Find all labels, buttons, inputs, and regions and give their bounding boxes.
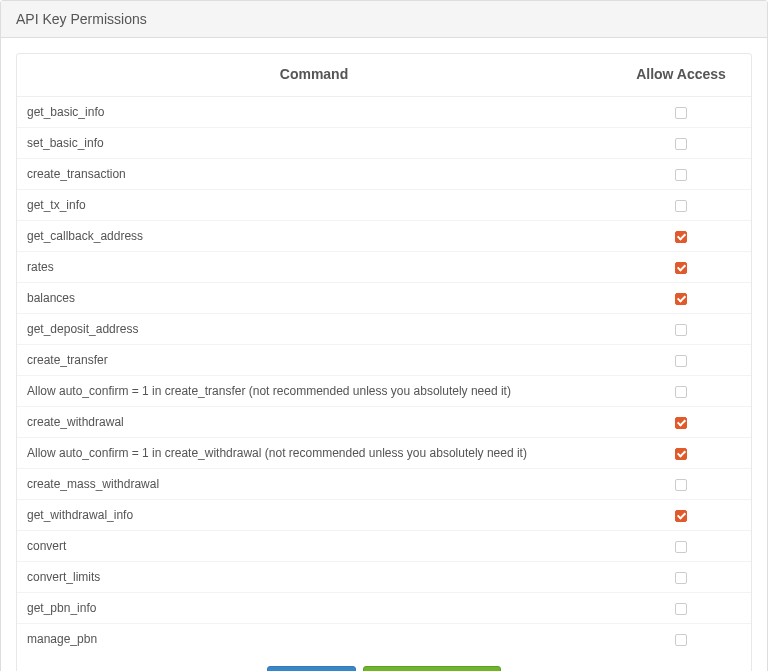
allow-cell [611,314,751,345]
allow-access-checkbox[interactable] [675,479,687,491]
api-permissions-panel: API Key Permissions Command Allow Access… [0,0,768,671]
table-row: get_pbn_info [17,593,751,624]
command-cell: convert_limits [17,562,611,593]
command-cell: Allow auto_confirm = 1 in create_transfe… [17,376,611,407]
allow-access-checkbox[interactable] [675,448,687,460]
allow-access-checkbox[interactable] [675,138,687,150]
allow-access-checkbox[interactable] [675,541,687,553]
allow-cell [611,252,751,283]
allow-cell [611,283,751,314]
allow-cell [611,438,751,469]
command-header: Command [17,54,611,97]
nevermind-button[interactable]: Nevermind [267,666,355,671]
table-row: get_callback_address [17,221,751,252]
allow-cell [611,376,751,407]
table-row: convert [17,531,751,562]
allow-cell [611,345,751,376]
allow-access-checkbox[interactable] [675,603,687,615]
table-row: create_mass_withdrawal [17,469,751,500]
table-row: rates [17,252,751,283]
table-row: get_tx_info [17,190,751,221]
allow-access-checkbox[interactable] [675,231,687,243]
table-row: Allow auto_confirm = 1 in create_withdra… [17,438,751,469]
table-row: convert_limits [17,562,751,593]
allow-cell [611,159,751,190]
command-cell: convert [17,531,611,562]
command-cell: get_callback_address [17,221,611,252]
allow-access-checkbox[interactable] [675,355,687,367]
allow-access-checkbox[interactable] [675,262,687,274]
allow-cell [611,128,751,159]
table-row: Allow auto_confirm = 1 in create_transfe… [17,376,751,407]
table-row: create_transfer [17,345,751,376]
command-cell: create_withdrawal [17,407,611,438]
allow-access-checkbox[interactable] [675,510,687,522]
command-cell: rates [17,252,611,283]
command-cell: manage_pbn [17,624,611,655]
allow-cell [611,531,751,562]
allow-access-checkbox[interactable] [675,293,687,305]
command-cell: get_basic_info [17,97,611,128]
allow-header: Allow Access [611,54,751,97]
command-cell: get_deposit_address [17,314,611,345]
allow-cell [611,407,751,438]
panel-title: API Key Permissions [1,1,767,38]
update-permissions-button[interactable]: Update Permissions [363,666,500,671]
table-row: get_withdrawal_info [17,500,751,531]
command-cell: set_basic_info [17,128,611,159]
allow-access-checkbox[interactable] [675,417,687,429]
allow-cell [611,221,751,252]
command-cell: get_tx_info [17,190,611,221]
button-row: Nevermind Update Permissions [17,654,751,671]
command-cell: create_mass_withdrawal [17,469,611,500]
table-row: balances [17,283,751,314]
allow-cell [611,469,751,500]
allow-cell [611,624,751,655]
table-row: get_deposit_address [17,314,751,345]
command-cell: get_withdrawal_info [17,500,611,531]
allow-access-checkbox[interactable] [675,200,687,212]
panel-body: Command Allow Access get_basic_infoset_b… [1,38,767,671]
inner-panel: Command Allow Access get_basic_infoset_b… [16,53,752,671]
table-row: create_withdrawal [17,407,751,438]
table-row: manage_pbn [17,624,751,655]
command-cell: create_transaction [17,159,611,190]
allow-cell [611,97,751,128]
command-cell: Allow auto_confirm = 1 in create_withdra… [17,438,611,469]
table-row: create_transaction [17,159,751,190]
allow-access-checkbox[interactable] [675,634,687,646]
allow-access-checkbox[interactable] [675,324,687,336]
allow-access-checkbox[interactable] [675,386,687,398]
allow-cell [611,562,751,593]
allow-cell [611,593,751,624]
allow-access-checkbox[interactable] [675,572,687,584]
table-row: get_basic_info [17,97,751,128]
allow-cell [611,500,751,531]
allow-access-checkbox[interactable] [675,107,687,119]
command-cell: get_pbn_info [17,593,611,624]
command-cell: balances [17,283,611,314]
command-cell: create_transfer [17,345,611,376]
allow-cell [611,190,751,221]
allow-access-checkbox[interactable] [675,169,687,181]
permissions-table: Command Allow Access get_basic_infoset_b… [17,54,751,654]
table-row: set_basic_info [17,128,751,159]
